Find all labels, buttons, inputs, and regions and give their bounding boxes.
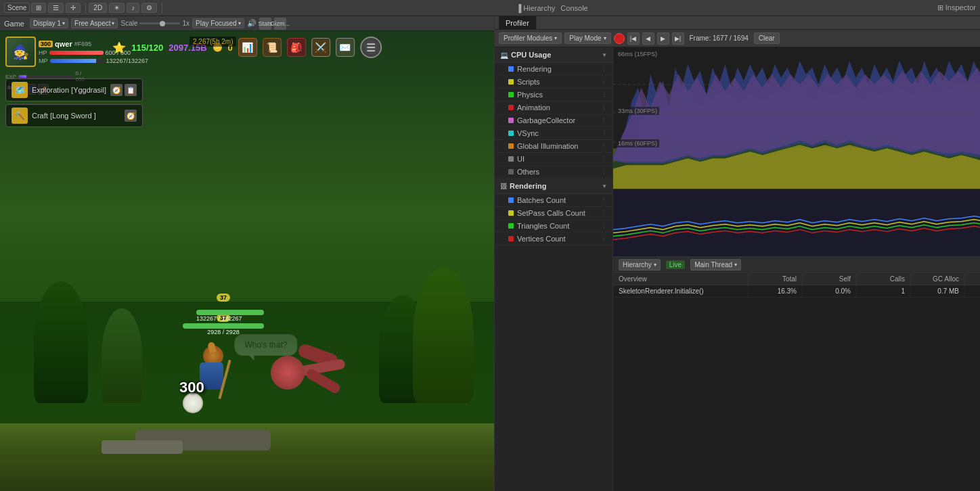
animation-label: Animation	[517, 103, 550, 112]
toolbar-hand-btn[interactable]: ☰	[48, 3, 64, 13]
skill-icon-letter[interactable]: ✉️	[336, 38, 355, 57]
mp-value: 132267/132267	[106, 57, 149, 64]
skill-icon-chart[interactable]: 📊	[238, 38, 257, 57]
module-gi[interactable]: Global Illumination ⋮	[495, 140, 612, 153]
vsync-label: VSync	[517, 129, 539, 137]
top-hud: ⭐ 115/120 2097.15B 🪙 0 📊 📜 🎒 ⚔️ ✉️ ☰	[112, 37, 382, 58]
rendering-chart[interactable]	[613, 189, 980, 257]
enemy2-hp-area: 132267 / 132267	[196, 310, 264, 322]
profiler-tab-strip: Profiler	[495, 16, 980, 30]
th-timems[interactable]: Time ms ▲	[965, 273, 980, 285]
enemy2-hp-fill	[196, 310, 264, 315]
module-physics[interactable]: Physics ⋮	[495, 89, 612, 101]
step-back-btn[interactable]: ◀	[642, 32, 654, 45]
scale-slider[interactable]	[139, 22, 180, 24]
profiler-content: 66ms (15FPS) 33ms (30FPS) 16ms (60FPS)	[613, 47, 980, 491]
audio-icon[interactable]: 🔊	[247, 19, 257, 28]
display-dropdown[interactable]: Display 1	[30, 18, 68, 28]
module-ui[interactable]: UI ⋮	[495, 153, 612, 166]
toolbar-light-btn[interactable]: ☀	[109, 3, 125, 13]
gizmos-btn[interactable]: Gizm...	[274, 18, 286, 30]
main-area: Game Display 1 Free Aspect Scale 1x Play…	[0, 16, 980, 491]
ui-drag: ⋮	[601, 156, 607, 162]
cpu-usage-section[interactable]: 💻 CPU Usage ▼	[495, 47, 612, 63]
step-forward-btn[interactable]: ▶	[657, 32, 669, 45]
module-batches[interactable]: Batches Count ⋮	[495, 194, 612, 207]
menu-button[interactable]: ☰	[360, 37, 382, 58]
profiler-modules-btn[interactable]: Profiler Modules	[499, 32, 562, 44]
hp-bar	[49, 51, 104, 55]
skill-icon-bag[interactable]: 🎒	[287, 38, 306, 57]
others-dot	[508, 169, 514, 174]
gizmos-label: Gizm...	[270, 20, 290, 27]
quest-tool-nav-2[interactable]: 🧭	[125, 110, 137, 122]
gi-label: Global Illumination	[517, 142, 579, 150]
module-setpass[interactable]: SetPass Calls Count ⋮	[495, 207, 612, 220]
player-character	[190, 342, 237, 410]
inspector-tab-btn[interactable]: ⊞ Inspector	[937, 3, 976, 12]
toolbar-2d-btn[interactable]: 2D	[89, 3, 107, 13]
quest-tool-nav[interactable]: 🧭	[110, 84, 122, 96]
stats-btn[interactable]: Stats	[259, 18, 271, 30]
player-avatar: 🧙	[5, 37, 36, 67]
quest-tool-info[interactable]: 📋	[125, 84, 137, 96]
rendering-section[interactable]: 🖼 Rendering ▼	[495, 179, 612, 194]
toolbar-sep-2	[162, 3, 162, 14]
toolbar-layout-btn[interactable]: ⊞	[31, 3, 46, 13]
module-scripts[interactable]: Scripts ⋮	[495, 76, 612, 89]
hierarchy-tab-btn[interactable]: ▐ Hierarchy	[516, 4, 555, 12]
toolbar-move-btn[interactable]: ✛	[66, 3, 81, 13]
go-end-btn[interactable]: ▶|	[672, 32, 684, 45]
animation-dot	[508, 105, 514, 110]
rendering-chart-svg	[613, 189, 980, 256]
td-self: 0.0%	[803, 285, 857, 297]
enemy2-hp-bar	[196, 310, 264, 315]
play-mode-btn[interactable]: Play Mode	[564, 32, 610, 44]
module-gc[interactable]: GarbageCollector ⋮	[495, 114, 612, 127]
record-btn[interactable]	[614, 33, 625, 44]
physics-drag: ⋮	[601, 91, 607, 98]
skill-icon-sword[interactable]: ⚔️	[311, 38, 330, 57]
module-rendering[interactable]: Rendering ⋮	[495, 63, 612, 76]
cpu-chart[interactable]: 66ms (15FPS) 33ms (30FPS) 16ms (60FPS)	[613, 47, 980, 189]
toolbar-audio-btn[interactable]: ♪	[127, 3, 139, 13]
table-row[interactable]: SkeletonRenderer.Initialize() 16.3% 0.0%…	[613, 285, 980, 298]
skill-icon-scroll[interactable]: 📜	[263, 38, 282, 57]
vsync-drag: ⋮	[601, 130, 607, 137]
profiler-tab[interactable]: Profiler	[499, 16, 537, 29]
thread-dropdown[interactable]: Main Thread	[690, 259, 741, 271]
game-scene: 300 37 2928 / 2928 37	[0, 31, 494, 491]
player-id: #F695	[74, 41, 92, 47]
modules-sidebar: 💻 CPU Usage ▼ Rendering ⋮ Scripts ⋮	[495, 47, 613, 491]
td-gcalloc: 0.7 MB	[911, 285, 965, 297]
hierarchy-dropdown[interactable]: Hierarchy	[619, 259, 661, 271]
clear-btn[interactable]: Clear	[754, 32, 780, 44]
scene-tab-group[interactable]: Scene	[4, 3, 30, 13]
rendering-section-title: Rendering	[510, 182, 546, 190]
th-self: Self	[803, 273, 857, 285]
scripts-dot	[508, 79, 514, 85]
quest-icon-2: 🔨	[12, 108, 28, 124]
quest-bar: 🗺️ Exploration [Yggdrasil] 🧭 📋 🔨 Craft […	[5, 78, 143, 127]
module-vertices[interactable]: Vertices Count ⋮	[495, 233, 612, 246]
module-others[interactable]: Others ⋮	[495, 166, 612, 179]
table-header: Overview Total Self Calls GC Alloc Time …	[613, 273, 980, 285]
module-triangles[interactable]: Triangles Count ⋮	[495, 220, 612, 233]
td-name: SkeletonRenderer.Initialize()	[613, 285, 749, 297]
module-vsync[interactable]: VSync ⋮	[495, 127, 612, 140]
aspect-dropdown[interactable]: Free Aspect	[71, 18, 118, 28]
module-animation[interactable]: Animation ⋮	[495, 101, 612, 114]
td-total: 16.3%	[749, 285, 803, 297]
scene-tab[interactable]: Scene	[5, 3, 29, 12]
tree-1	[34, 281, 88, 403]
enemy-body	[271, 356, 305, 390]
th-gcalloc: GC Alloc	[911, 273, 965, 285]
play-focused-dropdown[interactable]: Play Focused	[192, 18, 244, 28]
gc-dot	[508, 118, 514, 123]
game-viewport: 300 37 2928 / 2928 37	[0, 31, 494, 491]
go-start-btn[interactable]: |◀	[627, 32, 640, 45]
vertices-label: Vertices Count	[517, 235, 566, 243]
console-tab-btn[interactable]: Console	[560, 4, 587, 12]
toolbar-gizmos-btn[interactable]: ⚙	[141, 3, 157, 13]
rendering-label: Rendering	[517, 65, 552, 73]
